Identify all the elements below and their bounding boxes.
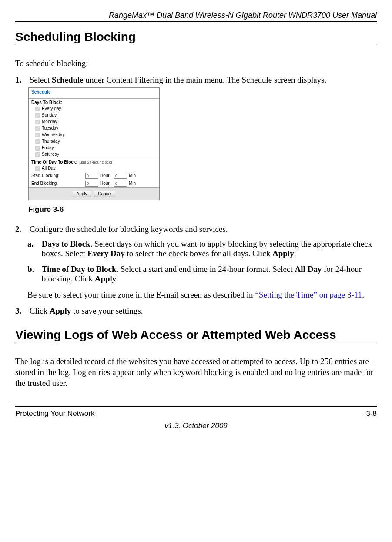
ss-day-row: Sunday xyxy=(29,112,159,119)
checkbox-monday[interactable] xyxy=(35,120,40,124)
footer-row: Protecting Your Network 3-8 xyxy=(15,409,377,418)
ss-day-label: Every day xyxy=(42,106,61,111)
ss-min-unit: Min xyxy=(129,173,141,178)
schedule-screenshot: Schedule Days To Block: Every day Sunday… xyxy=(28,87,160,200)
text: Be sure to select your time zone in the … xyxy=(27,290,255,299)
ss-day-label: Tuesday xyxy=(42,126,58,130)
step2-note: Be sure to select your time zone in the … xyxy=(27,290,377,301)
checkbox-tuesday[interactable] xyxy=(35,126,40,131)
substep-a: a. Days to Block. Select days on which y… xyxy=(27,239,377,258)
text: . xyxy=(362,290,364,299)
checkbox-sunday[interactable] xyxy=(35,113,40,118)
text: to select the check boxes for all days. … xyxy=(125,249,272,258)
text: . xyxy=(116,274,118,283)
step-body: Configure the schedule for blocking keyw… xyxy=(30,224,373,234)
step-number: 1. xyxy=(15,75,27,85)
checkbox-wednesday[interactable] xyxy=(35,133,40,137)
start-min-input[interactable] xyxy=(114,173,127,179)
substep-number: a. xyxy=(27,239,40,249)
logs-paragraph: The log is a detailed record of the webs… xyxy=(15,356,377,388)
header-rule xyxy=(15,21,377,22)
section-rule xyxy=(15,45,377,45)
step-3: 3. Click Apply to save your settings. xyxy=(15,306,377,316)
ss-day-row: Friday xyxy=(29,145,159,151)
text: . Select a start and end time in 24-hour… xyxy=(116,264,295,274)
ss-day-row: Monday xyxy=(29,119,159,125)
checkbox-thursday[interactable] xyxy=(35,139,40,144)
ss-day-label: Thursday xyxy=(42,139,60,144)
bold-days: Days to Block xyxy=(42,239,90,248)
checkbox-friday[interactable] xyxy=(35,146,40,151)
footer-page-number: 3-8 xyxy=(366,409,377,418)
step-1: 1. Select Schedule under Content Filteri… xyxy=(15,75,377,214)
step-2: 2. Configure the schedule for blocking k… xyxy=(15,224,377,301)
bold-apply: Apply xyxy=(50,306,71,315)
ss-time-header-text: Time Of Day To Block: xyxy=(31,160,77,164)
bold-schedule: Schedule xyxy=(52,75,84,84)
ss-day-label: Wednesday xyxy=(42,132,65,137)
bold-allday: All Day xyxy=(295,264,322,274)
ss-day-label: Friday xyxy=(42,145,54,150)
bold-time: Time of Day to Block xyxy=(42,264,117,274)
ss-time-header: Time Of Day To Block: (use 24-hour clock… xyxy=(29,158,159,165)
section-heading-scheduling: Scheduling Blocking xyxy=(15,30,377,44)
ss-day-row: Thursday xyxy=(29,138,159,145)
apply-button[interactable]: Apply xyxy=(73,191,91,197)
ss-hour-unit: Hour xyxy=(100,181,112,186)
ss-allday-label: All Day xyxy=(42,166,56,171)
ss-hour-unit: Hour xyxy=(100,173,112,178)
footer-version: v1.3, October 2009 xyxy=(15,422,377,430)
ss-start-label: Start Blocking: xyxy=(31,173,84,178)
substep-body: Days to Block. Select days on which you … xyxy=(42,239,372,258)
checkbox-allday[interactable] xyxy=(35,166,40,171)
text: under Content Filtering in the main menu… xyxy=(84,75,326,84)
footer-rule xyxy=(15,406,377,407)
checkbox-everyday[interactable] xyxy=(35,107,40,111)
ss-day-label: Monday xyxy=(42,119,57,124)
bold-apply: Apply xyxy=(95,274,117,283)
ss-end-row: End Blocking: Hour Min xyxy=(29,180,159,187)
step-number: 3. xyxy=(15,306,27,316)
bold-apply: Apply xyxy=(272,249,294,258)
doc-header-title: RangeMax™ Dual Band Wireless-N Gigabit R… xyxy=(15,11,377,20)
text: Click xyxy=(30,306,50,315)
ss-min-unit: Min xyxy=(129,181,141,186)
bold-everyday: Every Day xyxy=(87,249,125,258)
step-body: Click Apply to save your settings. xyxy=(30,306,373,316)
ss-days-header: Days To Block: xyxy=(29,98,159,106)
intro-paragraph: To schedule blocking: xyxy=(15,58,377,69)
start-hour-input[interactable] xyxy=(85,173,98,179)
section-rule xyxy=(15,343,377,343)
ss-day-row: Every day xyxy=(29,106,159,112)
footer-left: Protecting Your Network xyxy=(15,409,94,418)
text: to save your settings. xyxy=(71,306,143,315)
ss-day-row: Wednesday xyxy=(29,132,159,138)
text: . xyxy=(294,249,296,258)
checkbox-saturday[interactable] xyxy=(35,152,40,157)
step-body: Select Schedule under Content Filtering … xyxy=(30,75,373,85)
ss-day-label: Saturday xyxy=(42,152,59,157)
ss-start-row: Start Blocking: Hour Min xyxy=(29,172,159,180)
substep-body: Time of Day to Block. Select a start and… xyxy=(42,264,372,284)
step-number: 2. xyxy=(15,224,27,234)
figure-caption: Figure 3-6 xyxy=(28,205,377,214)
ss-title: Schedule xyxy=(29,88,159,98)
text: Select xyxy=(30,75,52,84)
ss-day-label: Sunday xyxy=(42,113,57,117)
substep-b: b. Time of Day to Block. Select a start … xyxy=(27,264,377,284)
substep-number: b. xyxy=(27,264,40,274)
ss-day-row: Tuesday xyxy=(29,125,159,132)
link-setting-time[interactable]: “Setting the Time” on page 3-11 xyxy=(255,290,362,299)
ss-time-note: (use 24-hour clock) xyxy=(79,160,112,164)
ss-button-bar: Apply Cancel xyxy=(29,187,159,200)
cancel-button[interactable]: Cancel xyxy=(94,191,115,197)
end-hour-input[interactable] xyxy=(85,181,98,187)
ss-day-row: Saturday xyxy=(29,151,159,158)
end-min-input[interactable] xyxy=(114,181,127,187)
ss-allday-row: All Day xyxy=(29,165,159,172)
section-heading-logs: Viewing Logs of Web Access or Attempted … xyxy=(15,328,377,342)
ss-end-label: End Blocking: xyxy=(31,181,84,186)
